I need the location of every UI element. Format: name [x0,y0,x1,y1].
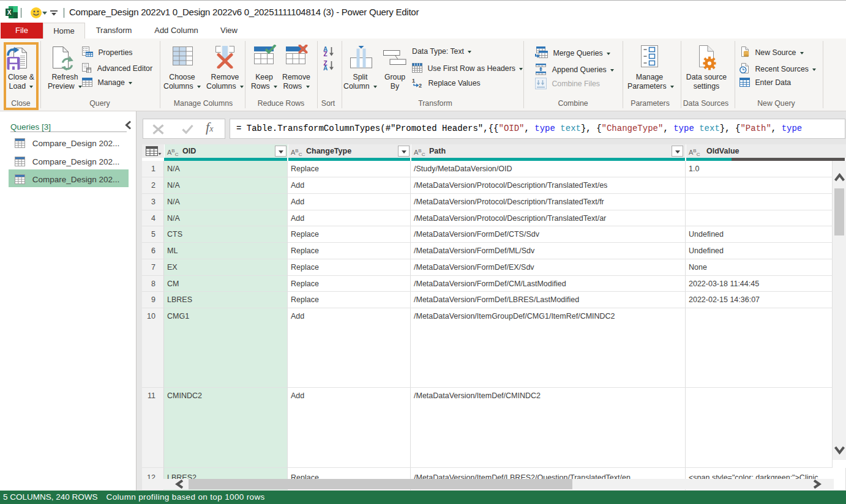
svg-text:Z: Z [324,51,328,57]
svg-text:1: 1 [412,78,415,84]
svg-text:A: A [323,65,328,71]
svg-text:2: 2 [419,83,422,87]
svg-text:X: X [7,9,12,16]
